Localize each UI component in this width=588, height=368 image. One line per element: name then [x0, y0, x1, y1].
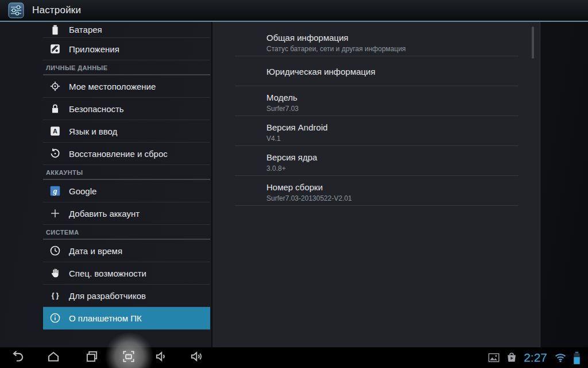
sidebar-item-accessibility[interactable]: Спец. возможности — [43, 262, 210, 285]
home-button[interactable] — [44, 348, 63, 367]
sidebar-section-header-accounts: АККАУНТЫ — [43, 165, 210, 180]
about-detail-panel: Общая информацияСтатус батареи, сети и д… — [211, 22, 540, 347]
battery-status-icon — [572, 351, 581, 365]
sidebar-item-label: Дата и время — [69, 246, 122, 256]
detail-row-subtitle: 3.0.8+ — [266, 164, 519, 172]
detail-row-title: Общая информация — [266, 32, 519, 43]
sidebar-item-security[interactable]: Безопасность — [43, 98, 210, 120]
action-bar: Настройки — [0, 0, 588, 22]
sidebar-item-label: Безопасность — [69, 104, 124, 114]
language-icon: A — [48, 124, 62, 138]
sidebar-item-battery[interactable]: Батарея — [43, 22, 210, 38]
screenshot-icon — [121, 349, 137, 366]
detail-row-subtitle: Surfer7.03 — [266, 105, 519, 113]
detail-row-title: Модель — [266, 92, 519, 103]
back-icon — [9, 349, 26, 367]
android-settings-screen: Настройки БатареяПриложенияЛИЧНЫЕ ДАННЫЕ… — [0, 0, 588, 368]
settings-menu: БатареяПриложенияЛИЧНЫЕ ДАННЫЕМое местоп… — [43, 22, 210, 329]
home-icon — [45, 349, 61, 366]
location-icon — [48, 79, 62, 93]
detail-row-general-info[interactable]: Общая информацияСтатус батареи, сети и д… — [235, 26, 519, 56]
svg-text:g: g — [53, 187, 57, 195]
system-navigation-bar: 2:27 — [0, 347, 588, 368]
restore-icon — [48, 147, 62, 160]
detail-row-title: Номер сборки — [266, 182, 519, 193]
recents-button[interactable] — [82, 348, 102, 367]
detail-row-android-version: Версия AndroidV4.1 — [235, 116, 519, 146]
info-icon — [48, 311, 62, 325]
picture-icon — [487, 351, 501, 364]
svg-text:{ }: { } — [52, 292, 59, 300]
about-list: Общая информацияСтатус батареи, сети и д… — [212, 26, 540, 206]
wifi-icon — [553, 351, 568, 365]
sidebar-item-label: О планшетном ПК — [69, 313, 142, 323]
detail-row-title: Версия Android — [266, 122, 519, 133]
sidebar-section-header-personal: ЛИЧНЫЕ ДАННЫЕ — [43, 60, 210, 75]
sidebar-item-date-time[interactable]: Дата и время — [43, 240, 210, 262]
detail-row-subtitle: Surfer7.03-20130522-V2.01 — [266, 194, 519, 202]
sidebar-section-header-system: СИСТЕМА — [43, 225, 210, 240]
status-clock: 2:27 — [524, 351, 547, 365]
detail-row-subtitle: Статус батареи, сети и другая информация — [266, 45, 519, 53]
sidebar-item-label: Батарея — [69, 25, 102, 34]
back-button[interactable] — [7, 348, 27, 367]
page-title: Настройки — [32, 5, 81, 16]
sidebar-item-backup-reset[interactable]: Восстановление и сброс — [43, 143, 210, 165]
developer-icon: { } — [48, 289, 62, 302]
sidebar-item-label: Для разработчиков — [69, 291, 146, 301]
sidebar-item-label: Приложения — [69, 44, 119, 54]
sidebar-item-label: Восстановление и сброс — [69, 149, 168, 159]
sidebar-item-location[interactable]: Мое местоположение — [43, 75, 210, 98]
google-icon: g — [48, 184, 62, 198]
sidebar-item-about-tablet[interactable]: О планшетном ПК — [43, 307, 210, 329]
sidebar-item-google[interactable]: gGoogle — [43, 180, 210, 202]
play-store-icon — [505, 351, 518, 364]
clock-icon — [48, 244, 62, 258]
detail-row-subtitle: V4.1 — [266, 135, 519, 143]
accessibility-icon — [48, 266, 62, 280]
sidebar-item-label: Язык и ввод — [69, 126, 117, 136]
panel-scrollbar-thumb[interactable] — [532, 26, 534, 59]
detail-row-title: Юридическая информация — [266, 66, 519, 77]
plus-icon — [48, 206, 62, 220]
sidebar-item-developer[interactable]: { }Для разработчиков — [43, 285, 210, 307]
sidebar-item-language-input[interactable]: AЯзык и ввод — [43, 120, 210, 143]
sidebar-item-label: Google — [69, 186, 96, 196]
volume-down-button[interactable] — [152, 348, 171, 367]
sidebar-item-apps[interactable]: Приложения — [43, 38, 210, 60]
battery-icon — [48, 23, 62, 37]
detail-row-model: МодельSurfer7.03 — [235, 86, 519, 116]
detail-row-kernel-version: Версия ядра3.0.8+ — [235, 146, 519, 176]
status-tray[interactable]: 2:27 — [487, 351, 588, 365]
svg-text:A: A — [53, 128, 57, 135]
recents-icon — [84, 349, 100, 366]
volume-up-icon — [188, 349, 204, 366]
detail-row-build-number[interactable]: Номер сборкиSurfer7.03-20130522-V2.01 — [235, 176, 519, 206]
screenshot-button[interactable] — [119, 348, 138, 367]
sidebar-item-label: Мое местоположение — [69, 82, 156, 91]
sidebar-item-label: Добавить аккаунт — [69, 209, 140, 218]
detail-row-title: Версия ядра — [266, 152, 519, 163]
lock-icon — [48, 102, 62, 116]
sidebar-item-label: Спец. возможности — [69, 269, 146, 278]
detail-row-legal-info[interactable]: Юридическая информация — [235, 56, 519, 86]
settings-app-icon[interactable] — [8, 2, 24, 18]
volume-up-button[interactable] — [187, 348, 206, 367]
sidebar-item-add-account[interactable]: Добавить аккаунт — [43, 202, 210, 225]
apps-icon — [48, 42, 62, 56]
volume-down-icon — [153, 349, 169, 366]
